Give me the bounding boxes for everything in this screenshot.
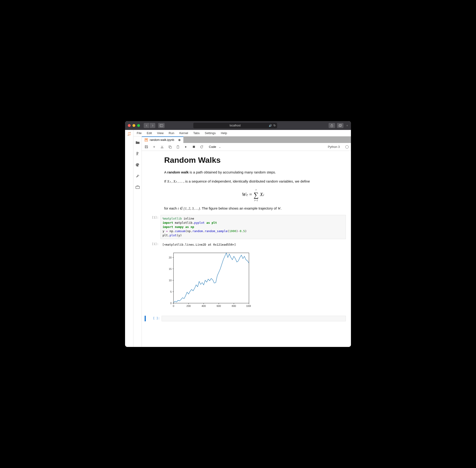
md-paragraph-3: for each t ∈ {1, 2, 3, …}. The figure be… [164,206,342,211]
launcher-column [125,130,134,347]
output-text: [<matplotlib.lines.Line2D at 0x121ead550… [161,241,346,248]
empty-prompt: [ ]: [146,316,162,321]
save-button[interactable] [144,145,148,149]
back-button[interactable] [144,123,149,128]
unsaved-dot-icon [178,139,180,141]
code-cell-1[interactable]: [1]: %matplotlib inline import matplotli… [147,215,346,239]
code-input[interactable]: %matplotlib inline import matplotlib.pyp… [161,215,346,239]
svg-text:200: 200 [187,305,191,307]
menu-tabs[interactable]: Tabs [193,131,200,135]
menubar: File Edit View Run Kernel Tabs Settings … [134,130,351,136]
svg-point-5 [130,132,130,132]
notebook-content[interactable]: Random Walks A random walk is a path obt… [142,151,351,347]
stop-button[interactable] [192,145,196,149]
menu-view[interactable]: View [157,131,164,135]
restart-button[interactable] [200,145,204,149]
svg-rect-23 [174,253,249,303]
output-plot: 0200400600800100005101520 [161,250,346,311]
cut-button[interactable] [160,145,164,149]
svg-rect-21 [178,146,178,146]
svg-text:0: 0 [173,305,174,307]
svg-text:15: 15 [169,267,172,270]
svg-rect-13 [145,139,147,139]
menu-kernel[interactable]: Kernel [179,131,188,135]
svg-point-10 [136,165,137,165]
menu-run[interactable]: Run [169,131,174,135]
md-paragraph-2: If X₁ , X₂ , … , is a sequence of indepe… [164,179,342,184]
share-button[interactable] [328,123,335,128]
menu-help[interactable]: Help [221,131,227,135]
reload-icon[interactable]: ↻ [273,124,276,127]
new-tab-button[interactable]: + [346,124,348,127]
svg-rect-0 [160,124,163,127]
main-panel: random-walk.ipynb + [142,136,351,347]
url-text: localhost [230,124,240,127]
svg-point-16 [161,147,162,148]
empty-code-input[interactable] [162,316,346,321]
svg-point-6 [128,135,128,136]
svg-text:400: 400 [201,305,206,307]
output-plot-row: 0200400600800100005101520 [147,250,346,311]
svg-text:800: 800 [232,305,236,307]
menu-edit[interactable]: Edit [147,131,152,135]
copy-button[interactable] [168,145,172,149]
tabstrip: random-walk.ipynb [142,136,351,143]
kernel-name[interactable]: Python 3 [328,145,340,148]
svg-rect-3 [339,125,341,127]
svg-rect-4 [340,124,342,126]
notebook-tab[interactable]: random-walk.ipynb [142,136,183,143]
output-text-row: [1]: [<matplotlib.lines.Line2D at 0x121e… [147,241,346,248]
notebook-icon [145,138,148,142]
markdown-cell[interactable]: Random Walks A random walk is a path obt… [164,156,342,211]
svg-text:20: 20 [169,256,172,259]
page-title: Random Walks [164,156,342,165]
browser-window: localhost 🔊 ↻ + [125,121,351,347]
md-paragraph-1: A random walk is a path obtained by accu… [164,170,342,175]
in-prompt: [1]: [147,215,161,239]
svg-rect-14 [145,140,147,140]
svg-rect-20 [177,146,179,148]
svg-text:5: 5 [170,290,172,293]
activity-bar [134,136,142,347]
add-cell-button[interactable]: + [152,145,156,149]
audio-icon[interactable]: 🔊 [269,124,272,127]
folder-icon[interactable] [135,140,140,145]
forward-button[interactable] [150,123,155,128]
svg-rect-11 [136,186,139,189]
svg-text:0: 0 [170,302,172,305]
jupyter-logo-icon[interactable] [127,131,132,136]
sidebar-toggle-button[interactable] [158,123,165,128]
traffic-lights [128,124,140,127]
svg-text:1000: 1000 [246,305,251,307]
celltype-select[interactable]: Code [209,145,221,148]
tabs-icon[interactable] [135,185,140,190]
svg-point-17 [162,147,163,148]
titlebar: localhost 🔊 ↻ + [125,121,351,130]
url-bar[interactable]: localhost 🔊 ↻ [193,123,277,128]
paste-button[interactable] [176,145,180,149]
out-prompt: [1]: [147,241,161,248]
svg-rect-19 [170,146,171,148]
notebook-toolbar: + [142,143,351,151]
formula: Wₜ = t∑i=1 Xᵢ [164,188,342,202]
maximize-window-button[interactable] [137,124,140,127]
minimize-window-button[interactable] [133,124,135,127]
tab-filename: random-walk.ipynb [150,138,174,142]
close-window-button[interactable] [128,124,131,127]
random-walk-plot: 0200400600800100005101520 [165,251,251,310]
palette-icon[interactable] [135,162,140,167]
kernel-status-icon[interactable] [345,145,349,148]
active-cell-indicator [145,316,146,321]
run-button[interactable] [184,145,188,149]
nav-arrows [144,123,155,128]
code-cell-empty[interactable]: [ ]: [145,316,346,321]
svg-rect-15 [145,140,147,140]
running-icon[interactable] [135,151,140,156]
wrench-icon[interactable] [135,174,140,178]
svg-point-9 [137,164,138,164]
svg-point-8 [136,164,137,164]
svg-text:600: 600 [217,305,221,307]
menu-settings[interactable]: Settings [205,131,216,135]
tabs-button[interactable] [337,123,343,128]
menu-file[interactable]: File [137,131,142,135]
